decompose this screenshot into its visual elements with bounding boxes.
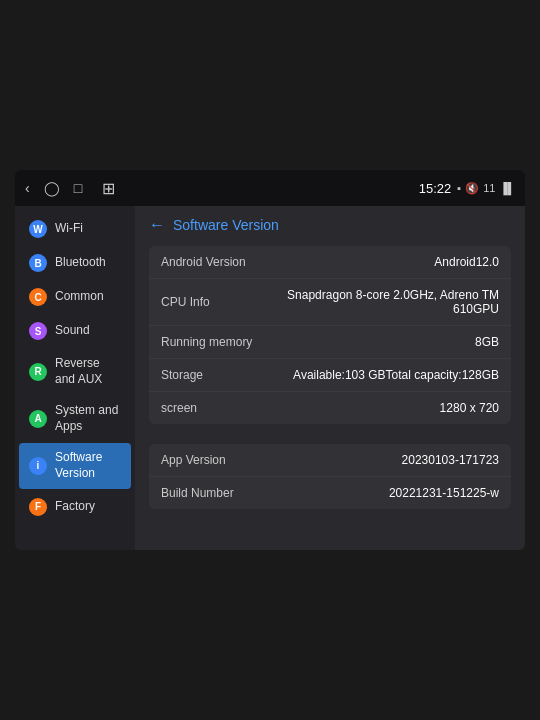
nav-buttons: ‹ ◯ □ xyxy=(25,180,82,196)
battery-icon: ▐▌ xyxy=(499,182,515,194)
info-label: Storage xyxy=(161,368,261,382)
info-value: 1280 x 720 xyxy=(261,401,499,415)
info-label: Build Number xyxy=(161,486,261,500)
info-value: 20221231-151225-w xyxy=(261,486,499,500)
sidebar-label-reverse-aux: Reverse and AUX xyxy=(55,356,121,387)
sidebar-icon-common: C xyxy=(29,288,47,306)
content-title: Software Version xyxy=(173,217,279,233)
content-panel: ← Software Version Android VersionAndroi… xyxy=(135,206,525,550)
info-row: CPU InfoSnapdragon 8-core 2.0GHz, Adreno… xyxy=(149,279,511,326)
sidebar-label-wifi: Wi-Fi xyxy=(55,221,83,237)
status-icons: ▪ 🔇 11 ▐▌ xyxy=(457,182,515,195)
app-window: ‹ ◯ □ ⊞ 15:22 ▪ 🔇 11 ▐▌ WWi-FiBBluetooth… xyxy=(15,170,525,550)
signal-icon: ▪ xyxy=(457,182,461,194)
sidebar-icon-software-version: i xyxy=(29,457,47,475)
sidebar-label-common: Common xyxy=(55,289,104,305)
info-section-1: Android VersionAndroid12.0CPU InfoSnapdr… xyxy=(149,246,511,424)
sidebar-icon-system-apps: A xyxy=(29,410,47,428)
info-value: 8GB xyxy=(261,335,499,349)
info-row: StorageAvailable:103 GBTotal capacity:12… xyxy=(149,359,511,392)
sidebar: WWi-FiBBluetoothCCommonSSoundRReverse an… xyxy=(15,206,135,550)
multiwindow-icon: ⊞ xyxy=(102,179,115,198)
status-bar-center: ⊞ xyxy=(82,179,419,198)
sidebar-item-wifi[interactable]: WWi-Fi xyxy=(19,213,131,245)
info-row: Android VersionAndroid12.0 xyxy=(149,246,511,279)
info-label: Android Version xyxy=(161,255,261,269)
info-label: screen xyxy=(161,401,261,415)
sidebar-icon-factory: F xyxy=(29,498,47,516)
sidebar-item-common[interactable]: CCommon xyxy=(19,281,131,313)
back-arrow-icon[interactable]: ← xyxy=(149,216,165,234)
info-row: Running memory8GB xyxy=(149,326,511,359)
sidebar-item-sound[interactable]: SSound xyxy=(19,315,131,347)
info-value: Snapdragon 8-core 2.0GHz, Adreno TM 610G… xyxy=(261,288,499,316)
info-value: Available:103 GBTotal capacity:128GB xyxy=(261,368,499,382)
info-section-2: App Version20230103-171723Build Number20… xyxy=(149,444,511,509)
sidebar-item-software-version[interactable]: iSoftware Version xyxy=(19,443,131,488)
info-label: App Version xyxy=(161,453,261,467)
info-row: screen1280 x 720 xyxy=(149,392,511,424)
info-label: Running memory xyxy=(161,335,261,349)
sidebar-label-system-apps: System and Apps xyxy=(55,403,121,434)
home-nav-icon[interactable]: ◯ xyxy=(44,180,60,196)
sidebar-icon-wifi: W xyxy=(29,220,47,238)
clock: 15:22 xyxy=(419,181,452,196)
info-value: 20230103-171723 xyxy=(261,453,499,467)
sidebar-icon-reverse-aux: R xyxy=(29,363,47,381)
info-value: Android12.0 xyxy=(261,255,499,269)
sidebar-item-bluetooth[interactable]: BBluetooth xyxy=(19,247,131,279)
sidebar-item-factory[interactable]: FFactory xyxy=(19,491,131,523)
info-row: Build Number20221231-151225-w xyxy=(149,477,511,509)
sidebar-label-factory: Factory xyxy=(55,499,95,515)
volume-level: 11 xyxy=(483,182,495,194)
info-row: App Version20230103-171723 xyxy=(149,444,511,477)
sidebar-label-sound: Sound xyxy=(55,323,90,339)
status-bar-right: 15:22 ▪ 🔇 11 ▐▌ xyxy=(419,181,515,196)
sidebar-icon-sound: S xyxy=(29,322,47,340)
sidebar-label-bluetooth: Bluetooth xyxy=(55,255,106,271)
content-header: ← Software Version xyxy=(149,216,511,234)
recent-nav-icon[interactable]: □ xyxy=(74,180,82,196)
sidebar-label-software-version: Software Version xyxy=(55,450,121,481)
info-label: CPU Info xyxy=(161,295,261,309)
main-content: WWi-FiBBluetoothCCommonSSoundRReverse an… xyxy=(15,206,525,550)
mute-icon: 🔇 xyxy=(465,182,479,195)
sidebar-item-reverse-aux[interactable]: RReverse and AUX xyxy=(19,349,131,394)
sidebar-icon-bluetooth: B xyxy=(29,254,47,272)
back-nav-icon[interactable]: ‹ xyxy=(25,180,30,196)
status-bar: ‹ ◯ □ ⊞ 15:22 ▪ 🔇 11 ▐▌ xyxy=(15,170,525,206)
sidebar-item-system-apps[interactable]: ASystem and Apps xyxy=(19,396,131,441)
